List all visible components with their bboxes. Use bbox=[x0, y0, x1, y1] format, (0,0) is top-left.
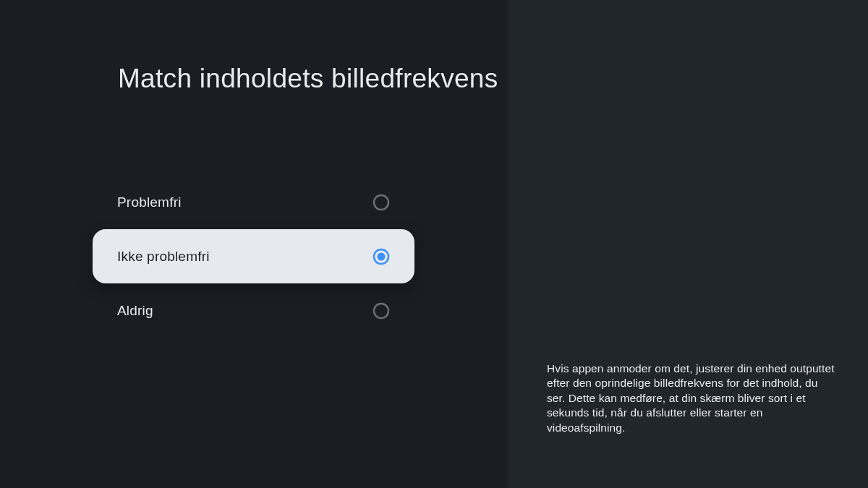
setting-description: Hvis appen anmoder om det, justerer din … bbox=[547, 361, 836, 435]
info-panel: Hvis appen anmoder om det, justerer din … bbox=[509, 0, 868, 488]
option-label: Aldrig bbox=[117, 303, 153, 319]
option-seamless[interactable]: Problemfri bbox=[93, 175, 414, 229]
option-never[interactable]: Aldrig bbox=[93, 283, 414, 338]
radio-unchecked-icon bbox=[373, 302, 390, 320]
option-label: Problemfri bbox=[117, 194, 182, 210]
option-label: Ikke problemfri bbox=[117, 249, 210, 265]
settings-panel: Match indholdets billedfrekvens Problemf… bbox=[0, 0, 509, 488]
option-non-seamless[interactable]: Ikke problemfri bbox=[93, 229, 414, 283]
radio-checked-icon bbox=[373, 248, 390, 265]
options-list: Problemfri Ikke problemfri Aldrig bbox=[93, 175, 414, 338]
radio-unchecked-icon bbox=[373, 194, 390, 211]
svg-point-3 bbox=[374, 304, 388, 318]
svg-point-0 bbox=[374, 195, 388, 210]
svg-point-2 bbox=[378, 252, 386, 260]
page-title: Match indholdets billedfrekvens bbox=[118, 61, 498, 95]
